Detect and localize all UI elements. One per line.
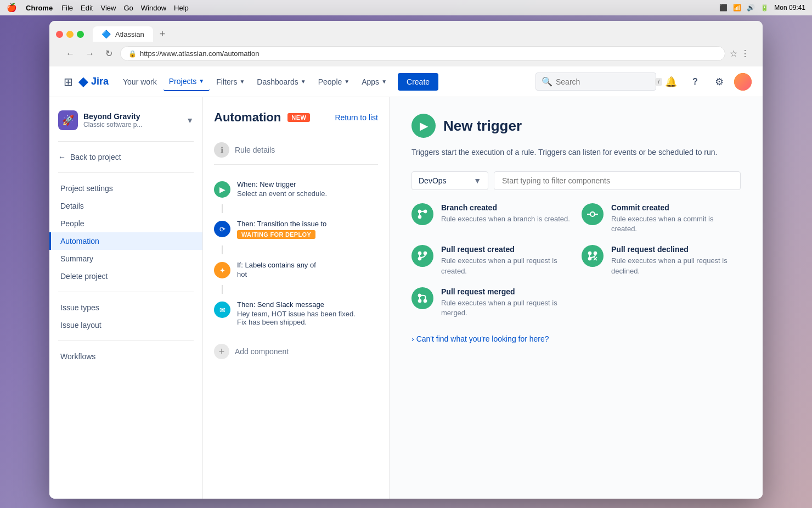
sidebar-item-delete-project-label: Delete project	[60, 272, 108, 281]
back-to-project-label: Back to project	[70, 153, 121, 161]
sidebar-item-people-label: People	[60, 219, 84, 228]
trigger-card-branch-created[interactable]: Branch created Rule executes when a bran…	[411, 203, 571, 234]
menu-window[interactable]: Window	[141, 4, 166, 12]
menu-help[interactable]: Help	[174, 4, 189, 12]
refresh-button[interactable]: ↻	[102, 46, 116, 61]
nav-projects[interactable]: Projects ▼	[163, 72, 210, 91]
sidebar-item-issue-types-label: Issue types	[60, 303, 99, 312]
svg-point-7	[418, 252, 421, 255]
sidebar-item-delete-project[interactable]: Delete project	[49, 267, 202, 285]
window-controls[interactable]	[56, 31, 84, 38]
condition-flow-content: If: Labels contains any of hot	[237, 261, 378, 278]
menu-edit[interactable]: Edit	[81, 4, 93, 12]
flow-item-trigger[interactable]: ▶ When: New trigger Select an event or s…	[214, 174, 378, 204]
help-button[interactable]: ?	[686, 72, 704, 91]
cant-find-row[interactable]: › Can't find what you're looking for her…	[411, 334, 741, 343]
sidebar-item-details-label: Details	[60, 202, 84, 210]
automation-title-row: Automation NEW	[214, 110, 310, 125]
maximize-button[interactable]	[77, 31, 84, 38]
devops-select[interactable]: DevOps ▼	[411, 171, 488, 190]
nav-apps-label: Apps	[362, 77, 379, 86]
new-tab-button[interactable]: +	[156, 27, 169, 41]
grid-menu-button[interactable]: ⊞	[60, 72, 76, 92]
nav-dashboards-caret: ▼	[301, 79, 306, 85]
commit-created-content: Commit created Rule executes when a comm…	[611, 203, 741, 234]
trigger-card-commit-created[interactable]: Commit created Rule executes when a comm…	[582, 203, 741, 234]
trigger-detail-panel: ▶ New trigger Triggers start the executi…	[390, 97, 763, 499]
sidebar-item-issue-types[interactable]: Issue types	[49, 299, 202, 316]
slack-flow-label: Then: Send Slack message	[237, 300, 378, 309]
add-component-button[interactable]: +	[214, 344, 229, 359]
user-avatar-button[interactable]	[734, 73, 752, 91]
condition-flow-sub: hot	[237, 270, 378, 278]
browser-address-bar: ← → ↻ 🔒 https://www.atlassian.com/automa…	[56, 46, 756, 66]
sidebar-item-issue-layout[interactable]: Issue layout	[49, 316, 202, 334]
minimize-button[interactable]	[66, 31, 74, 38]
search-icon: 🔍	[542, 76, 552, 87]
nav-filters[interactable]: Filters ▼	[211, 73, 250, 91]
apple-logo: 🍎	[7, 3, 17, 13]
add-component-row[interactable]: + Add component	[214, 337, 378, 366]
jira-logo[interactable]: ◆ Jira	[78, 75, 109, 89]
flow-item-slack[interactable]: ✉ Then: Send Slack message Hey team, HOT…	[214, 294, 378, 333]
back-button[interactable]: ←	[63, 47, 78, 61]
trigger-card-pr-created[interactable]: Pull request created Rule executes when …	[411, 245, 571, 276]
filter-input[interactable]	[494, 171, 741, 190]
forward-button[interactable]: →	[82, 47, 98, 61]
flow-item-transition[interactable]: ⟳ Then: Transition the issue to WAITING …	[214, 213, 378, 245]
connector-3	[222, 285, 223, 294]
back-icon: ←	[58, 153, 66, 161]
nav-your-work-label: Your work	[123, 77, 157, 86]
nav-projects-label: Projects	[169, 77, 197, 86]
slack-flow-content: Then: Send Slack message Hey team, HOT i…	[237, 300, 378, 326]
project-icon: 🚀	[58, 110, 78, 130]
sidebar-item-summary[interactable]: Summary	[49, 250, 202, 267]
browser-window: 🔷 Atlassian + ← → ↻ 🔒 https://www.atlass…	[49, 21, 763, 499]
trigger-card-pr-merged[interactable]: Pull request merged Rule executes when a…	[411, 287, 571, 318]
back-to-project-button[interactable]: ← Back to project	[49, 148, 202, 166]
nav-filters-caret: ▼	[239, 79, 245, 85]
trigger-card-pr-declined[interactable]: Pull request declined Rule executes when…	[582, 245, 741, 276]
menubar-battery-icon: 🔋	[760, 4, 769, 12]
create-button[interactable]: Create	[398, 73, 438, 91]
transition-flow-label: Then: Transition the issue to	[237, 220, 378, 228]
menubar-volume-icon: 🔊	[747, 4, 755, 12]
return-to-list-link[interactable]: Return to list	[335, 113, 378, 122]
pr-declined-icon	[582, 245, 604, 267]
branch-created-content: Branch created Rule executes when a bran…	[441, 203, 571, 224]
sidebar-item-automation[interactable]: Automation	[49, 232, 202, 250]
nav-dashboards[interactable]: Dashboards ▼	[251, 73, 311, 91]
settings-button[interactable]: ⚙	[710, 72, 729, 91]
more-button[interactable]: ⋮	[741, 48, 749, 59]
menubar-time: Mon 09:41	[774, 4, 805, 12]
filter-row: DevOps ▼	[411, 171, 741, 190]
nav-your-work[interactable]: Your work	[117, 73, 162, 91]
sidebar-item-workflows[interactable]: Workflows	[49, 348, 202, 365]
macos-menubar: 🍎 Chrome File Edit View Go Window Help ⬛…	[0, 0, 812, 15]
menu-items[interactable]: File Edit View Go Window Help	[61, 4, 189, 12]
search-input[interactable]	[556, 77, 652, 86]
url-text: https://www.atlassian.com/automation	[140, 49, 260, 58]
trigger-header: ▶ New trigger	[411, 114, 741, 138]
sidebar-item-people[interactable]: People	[49, 215, 202, 232]
svg-point-9	[424, 252, 427, 255]
notifications-button[interactable]: 🔔	[662, 72, 680, 91]
close-button[interactable]	[56, 31, 63, 38]
menu-go[interactable]: Go	[123, 4, 133, 12]
search-box[interactable]: 🔍 /	[535, 72, 656, 91]
lock-icon: 🔒	[128, 50, 137, 58]
address-bar[interactable]: 🔒 https://www.atlassian.com/automation	[120, 46, 725, 61]
sidebar-item-details[interactable]: Details	[49, 197, 202, 215]
bookmark-button[interactable]: ☆	[730, 48, 737, 59]
address-bar-actions: ☆ ⋮	[730, 48, 749, 59]
nav-apps-caret: ▼	[381, 79, 387, 85]
sidebar-item-project-settings[interactable]: Project settings	[49, 180, 202, 197]
nav-people[interactable]: People ▼	[313, 73, 356, 91]
menu-file[interactable]: File	[61, 4, 73, 12]
browser-tab[interactable]: 🔷 Atlassian	[93, 26, 153, 42]
nav-apps[interactable]: Apps ▼	[356, 73, 392, 91]
menu-view[interactable]: View	[100, 4, 116, 12]
sidebar-divider-1	[58, 141, 194, 142]
flow-item-condition[interactable]: ✦ If: Labels contains any of hot	[214, 254, 378, 285]
sidebar-project-header[interactable]: 🚀 Beyond Gravity Classic software p... ▼	[49, 106, 202, 135]
